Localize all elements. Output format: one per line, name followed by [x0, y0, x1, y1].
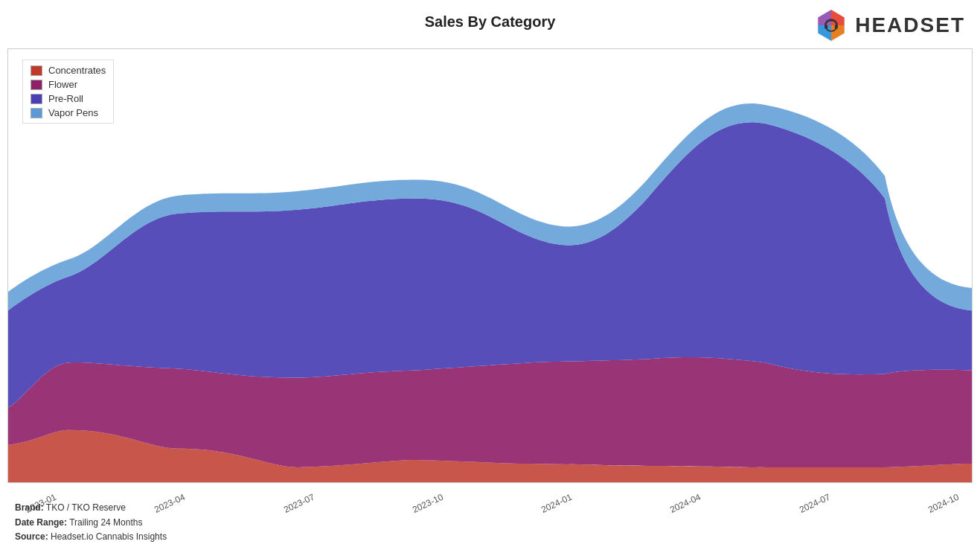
- legend-label-vaporpens: Vapor Pens: [48, 107, 98, 118]
- x-label-7: 2024-10: [926, 492, 961, 515]
- footer-date-range-label: Date Range:: [15, 517, 67, 528]
- x-label-2: 2023-07: [282, 492, 316, 515]
- footer-brand-label: Brand:: [15, 502, 44, 513]
- chart-title: Sales By Category: [0, 13, 980, 31]
- legend-swatch-preroll: [31, 94, 42, 104]
- legend-label-flower: Flower: [48, 79, 77, 90]
- legend-item-vaporpens: Vapor Pens: [31, 107, 106, 118]
- chart-container: [7, 48, 973, 483]
- legend-label-concentrates: Concentrates: [48, 65, 106, 76]
- legend-swatch-concentrates: [31, 65, 42, 76]
- legend-item-concentrates: Concentrates: [31, 65, 106, 76]
- chart-legend: Concentrates Flower Pre-Roll Vapor Pens: [22, 60, 114, 124]
- footer-source-value: Headset.io Cannabis Insights: [51, 531, 167, 542]
- footer-brand: Brand: TKO / TKO Reserve: [15, 501, 167, 515]
- footer-brand-value: TKO / TKO Reserve: [46, 502, 126, 513]
- area-preroll: [8, 122, 972, 407]
- x-label-3: 2023-10: [411, 492, 445, 515]
- footer-date-range-value: Trailing 24 Months: [69, 517, 142, 528]
- x-label-4: 2024-01: [539, 492, 574, 515]
- legend-swatch-flower: [31, 80, 42, 90]
- footer: Brand: TKO / TKO Reserve Date Range: Tra…: [15, 501, 167, 544]
- footer-source-label: Source:: [15, 531, 48, 542]
- footer-date-range: Date Range: Trailing 24 Months: [15, 516, 167, 530]
- legend-label-preroll: Pre-Roll: [48, 93, 83, 104]
- legend-swatch-vaporpens: [31, 108, 42, 118]
- page-wrapper: HEADSET Sales By Category Concentrates F…: [0, 0, 980, 550]
- x-label-5: 2024-04: [668, 492, 702, 515]
- chart-svg: [8, 49, 972, 482]
- legend-item-preroll: Pre-Roll: [31, 93, 106, 104]
- legend-item-flower: Flower: [31, 79, 106, 90]
- x-label-6: 2024-07: [798, 492, 832, 515]
- footer-source: Source: Headset.io Cannabis Insights: [15, 530, 167, 544]
